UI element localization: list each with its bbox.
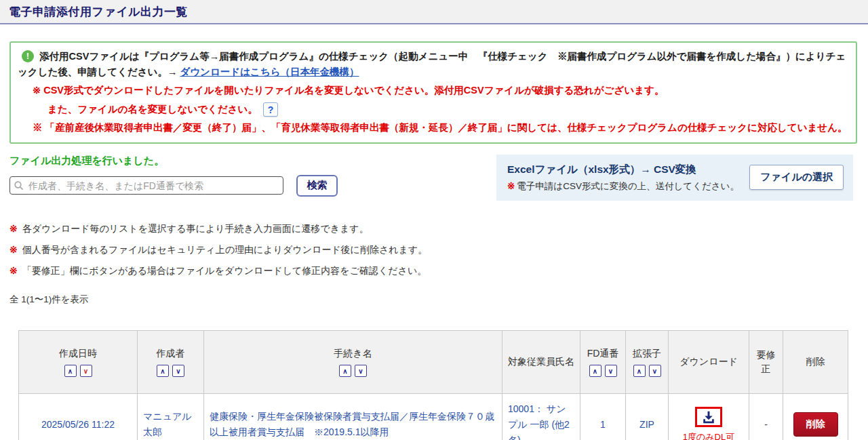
column-header-employee-name: 対象従業員氏名 [502, 330, 580, 393]
sort-asc-button[interactable]: ∧ [589, 365, 601, 377]
column-header-fd-number: FD通番 ∧ ∨ [580, 330, 626, 393]
note-text: 各ダウンロード毎のリストを選択する事により手続き入力画面に遷移できます。 [22, 223, 369, 234]
cell-needs-fix: - [749, 393, 783, 440]
cell-extension: ZIP [626, 393, 669, 440]
notice-warning-rename: また、ファイルの名を変更しないでください。? [18, 102, 848, 117]
status-message: ファイル出力処理を行いました。 [9, 155, 338, 167]
sort-asc-icon: ∧ [637, 367, 642, 375]
column-label: 削除 [786, 355, 845, 369]
excel-convert-title: Excelファイル（xlsx形式）→ CSV変換 [507, 163, 739, 177]
note-line: ※各ダウンロード毎のリストを選択する事により手続き入力画面に遷移できます。 [9, 223, 868, 235]
column-label: 手続き名 [207, 346, 499, 361]
download-icon [701, 410, 717, 425]
info-icon: ! [22, 50, 34, 62]
sort-asc-icon: ∧ [593, 367, 597, 375]
column-label: 作成者 [140, 346, 201, 361]
sort-desc-button[interactable]: ∨ [80, 365, 92, 377]
middle-section: ファイル出力処理を行いました。 検索 Excelファイル（xlsx形式）→ CS… [9, 155, 853, 201]
sort-asc-button[interactable]: ∧ [157, 365, 169, 377]
column-header-procedure-name: 手続き名 ∧ ∨ [204, 330, 502, 393]
sort-asc-icon: ∧ [342, 367, 347, 375]
download-limit-note: 1度のみDL可 [674, 432, 743, 440]
excel-convert-texts: Excelファイル（xlsx形式）→ CSV変換 ※電子申請はCSV形式に変換の… [507, 163, 739, 193]
cell-fd-number: 1 [580, 393, 626, 440]
download-here-link[interactable]: ダウンロードはこちら（日本年金機構） [180, 66, 359, 77]
sort-desc-button[interactable]: ∨ [172, 365, 184, 377]
note-text: 「要修正」欄にボタンがある場合はファイルをダウンロードして修正内容をご確認くださ… [22, 265, 427, 276]
sort-controls: ∧ ∨ [22, 365, 134, 377]
excel-convert-note: ※電子申請はCSV形式に変換の上、送付してください。 [507, 180, 739, 193]
note-line: ※「要修正」欄にボタンがある場合はファイルをダウンロードして修正内容をご確認くだ… [9, 265, 868, 277]
asterisk-mark: ※ [9, 265, 18, 276]
sort-desc-button[interactable]: ∨ [605, 365, 617, 377]
asterisk-mark: ※ [9, 223, 18, 234]
question-icon: ? [268, 104, 274, 115]
notice-warning-csv: ※ CSV形式でダウンロードしたファイルを開いたりファイル名を変更しないでくださ… [18, 83, 848, 98]
sort-controls: ∧ ∨ [583, 365, 623, 377]
search-icon [14, 180, 24, 191]
notice-intro-text: 添付用CSVファイルは『プログラム等→届書作成プログラム』の仕様チェック（起動メ… [18, 51, 846, 77]
delete-button[interactable]: 削除 [793, 412, 838, 437]
asterisk-mark: ※ [507, 181, 515, 191]
notice-paragraph: !添付用CSVファイルは『プログラム等→届書作成プログラム』の仕様チェック（起動… [18, 49, 848, 80]
excel-convert-note-text: 電子申請はCSV形式に変換の上、送付してください。 [517, 181, 739, 191]
sort-desc-button[interactable]: ∨ [355, 365, 367, 377]
notice-warning-rename-text: また、ファイルの名を変更しないでください。 [47, 104, 258, 115]
cell-procedure-name-link[interactable]: 健康保険・厚生年金保険被保険者賞与支払届／厚生年金保険７０歳以上被用者賞与支払届… [204, 393, 502, 440]
notice-warning-unsupported: ※ 「産前産後休業取得者申出書／変更（終了）届」、「育児休業等取得者申出書（新規… [18, 120, 848, 136]
sort-desc-icon: ∨ [176, 367, 180, 375]
sort-desc-icon: ∨ [608, 367, 613, 375]
cell-download: 1度のみDL可 [669, 393, 749, 440]
file-select-button[interactable]: ファイルの選択 [749, 165, 844, 190]
cell-employee-name-link[interactable]: 10001： サンプル 一郎 (他2名) [502, 393, 580, 440]
download-button[interactable] [695, 407, 722, 427]
sort-asc-icon: ∧ [160, 367, 165, 375]
column-header-download: ダウンロード [669, 330, 749, 393]
notes-section: ※各ダウンロード毎のリストを選択する事により手続き入力画面に遷移できます。 ※個… [9, 223, 868, 277]
column-header-extension: 拡張子 ∧ ∨ [626, 330, 669, 393]
output-file-table: 作成日時 ∧ ∨ 作成者 ∧ ∨ 手続き名 ∧ ∨ [18, 330, 848, 440]
page-title: 電子申請添付用ファイル出力一覧 [9, 4, 188, 20]
search-input[interactable] [9, 176, 283, 195]
column-header-creator: 作成者 ∧ ∨ [138, 330, 204, 393]
search-row: 検索 [9, 175, 338, 197]
sort-controls: ∧ ∨ [207, 365, 499, 377]
column-header-delete: 削除 [783, 330, 848, 393]
help-button[interactable]: ? [263, 102, 278, 117]
sort-desc-icon: ∨ [652, 367, 657, 375]
search-section: ファイル出力処理を行いました。 検索 [9, 155, 338, 197]
sort-asc-button[interactable]: ∧ [633, 365, 646, 377]
notice-box: !添付用CSVファイルは『プログラム等→届書作成プログラム』の仕様チェック（起動… [9, 41, 857, 144]
asterisk-mark: ※ [9, 244, 18, 255]
column-label: FD通番 [583, 346, 623, 361]
cell-delete: 削除 [783, 393, 848, 440]
search-button[interactable]: 検索 [296, 175, 338, 197]
column-header-created-at: 作成日時 ∧ ∨ [19, 330, 138, 393]
cell-created-at: 2025/05/26 11:22 [19, 393, 138, 440]
column-label: 作成日時 [22, 346, 134, 361]
sort-asc-button[interactable]: ∧ [339, 365, 351, 377]
search-box [9, 176, 283, 195]
column-label: 要修正 [752, 348, 780, 376]
sort-controls: ∧ ∨ [140, 365, 201, 377]
column-header-needs-fix: 要修正 [749, 330, 783, 393]
note-line: ※個人番号が含まれるファイルはセキュリティ上の理由によりダウンロード後に削除され… [9, 244, 868, 256]
sort-desc-button[interactable]: ∨ [649, 365, 661, 377]
page-header: 電子申請添付用ファイル出力一覧 [0, 0, 868, 24]
column-label: 対象従業員氏名 [505, 355, 577, 369]
column-label: 拡張子 [629, 346, 665, 361]
note-text: 個人番号が含まれるファイルはセキュリティ上の理由によりダウンロード後に削除されま… [22, 244, 428, 255]
sort-desc-icon: ∨ [358, 367, 363, 375]
table-header-row: 作成日時 ∧ ∨ 作成者 ∧ ∨ 手続き名 ∧ ∨ [19, 330, 848, 393]
column-label: ダウンロード [671, 355, 746, 369]
sort-controls: ∧ ∨ [629, 365, 665, 377]
result-count: 全 1(1〜1)件を表示 [9, 294, 868, 306]
sort-asc-button[interactable]: ∧ [64, 365, 77, 377]
sort-desc-icon: ∨ [83, 367, 88, 375]
sort-asc-icon: ∧ [68, 367, 73, 375]
excel-convert-panel: Excelファイル（xlsx形式）→ CSV変換 ※電子申請はCSV形式に変換の… [496, 155, 853, 201]
cell-creator: マニュアル太郎 [138, 393, 204, 440]
table-row: 2025/05/26 11:22 マニュアル太郎 健康保険・厚生年金保険被保険者… [19, 393, 848, 440]
